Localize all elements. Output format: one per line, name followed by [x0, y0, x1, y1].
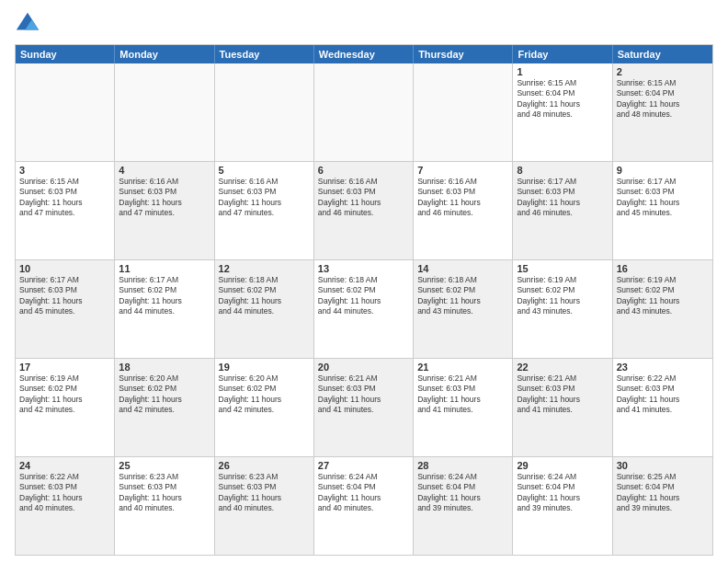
- calendar-cell: 11Sunrise: 6:17 AM Sunset: 6:02 PM Dayli…: [115, 260, 214, 358]
- calendar-cell: [215, 63, 314, 161]
- calendar-cell: 6Sunrise: 6:16 AM Sunset: 6:03 PM Daylig…: [314, 162, 414, 259]
- calendar-row: 10Sunrise: 6:17 AM Sunset: 6:03 PM Dayli…: [16, 259, 712, 358]
- calendar-cell: 28Sunrise: 6:24 AM Sunset: 6:04 PM Dayli…: [414, 457, 513, 555]
- calendar-cell: 4Sunrise: 6:16 AM Sunset: 6:03 PM Daylig…: [115, 162, 214, 259]
- day-info: Sunrise: 6:22 AM Sunset: 6:03 PM Dayligh…: [19, 472, 110, 514]
- day-number: 30: [617, 460, 709, 471]
- day-info: Sunrise: 6:17 AM Sunset: 6:02 PM Dayligh…: [119, 275, 210, 317]
- day-number: 12: [219, 263, 310, 274]
- day-number: 28: [417, 460, 508, 471]
- day-number: 22: [517, 362, 608, 373]
- day-info: Sunrise: 6:21 AM Sunset: 6:03 PM Dayligh…: [417, 373, 508, 416]
- day-number: 21: [417, 362, 508, 373]
- calendar-cell: 7Sunrise: 6:16 AM Sunset: 6:03 PM Daylig…: [414, 162, 513, 259]
- calendar-cell: 27Sunrise: 6:24 AM Sunset: 6:04 PM Dayli…: [314, 457, 414, 555]
- calendar-row: 1Sunrise: 6:15 AM Sunset: 6:04 PM Daylig…: [16, 63, 712, 161]
- day-info: Sunrise: 6:22 AM Sunset: 6:03 PM Dayligh…: [617, 373, 709, 416]
- calendar-cell: 14Sunrise: 6:18 AM Sunset: 6:02 PM Dayli…: [414, 260, 513, 358]
- day-number: 4: [119, 165, 210, 176]
- calendar-header-cell: Saturday: [613, 45, 712, 63]
- day-info: Sunrise: 6:21 AM Sunset: 6:03 PM Dayligh…: [318, 373, 409, 416]
- day-info: Sunrise: 6:18 AM Sunset: 6:02 PM Dayligh…: [318, 275, 409, 317]
- calendar-cell: 29Sunrise: 6:24 AM Sunset: 6:04 PM Dayli…: [513, 457, 612, 555]
- calendar-cell: 17Sunrise: 6:19 AM Sunset: 6:02 PM Dayli…: [16, 359, 115, 456]
- day-number: 16: [617, 263, 709, 274]
- day-number: 7: [417, 165, 508, 176]
- day-number: 8: [517, 165, 608, 176]
- calendar-header-cell: Wednesday: [314, 45, 414, 63]
- calendar-cell: 13Sunrise: 6:18 AM Sunset: 6:02 PM Dayli…: [314, 260, 414, 358]
- day-info: Sunrise: 6:18 AM Sunset: 6:02 PM Dayligh…: [219, 275, 310, 317]
- day-info: Sunrise: 6:19 AM Sunset: 6:02 PM Dayligh…: [19, 373, 110, 416]
- day-number: 5: [219, 165, 310, 176]
- calendar-cell: 25Sunrise: 6:23 AM Sunset: 6:03 PM Dayli…: [115, 457, 214, 555]
- day-number: 19: [219, 362, 310, 373]
- page: SundayMondayTuesdayWednesdayThursdayFrid…: [0, 0, 728, 563]
- day-number: 2: [617, 66, 709, 77]
- day-info: Sunrise: 6:17 AM Sunset: 6:03 PM Dayligh…: [517, 177, 608, 219]
- calendar-cell: 23Sunrise: 6:22 AM Sunset: 6:03 PM Dayli…: [613, 359, 712, 456]
- day-number: 1: [517, 66, 608, 77]
- calendar-header-cell: Friday: [513, 45, 612, 63]
- day-info: Sunrise: 6:15 AM Sunset: 6:04 PM Dayligh…: [617, 78, 709, 121]
- calendar-cell: 2Sunrise: 6:15 AM Sunset: 6:04 PM Daylig…: [613, 63, 712, 161]
- day-number: 14: [417, 263, 508, 274]
- calendar-cell: 22Sunrise: 6:21 AM Sunset: 6:03 PM Dayli…: [513, 359, 612, 456]
- day-number: 13: [318, 263, 409, 274]
- day-info: Sunrise: 6:15 AM Sunset: 6:03 PM Dayligh…: [19, 177, 110, 219]
- calendar-cell: 5Sunrise: 6:16 AM Sunset: 6:03 PM Daylig…: [215, 162, 314, 259]
- header: [15, 11, 713, 37]
- day-number: 23: [617, 362, 709, 373]
- calendar-cell: 21Sunrise: 6:21 AM Sunset: 6:03 PM Dayli…: [414, 359, 513, 456]
- day-info: Sunrise: 6:23 AM Sunset: 6:03 PM Dayligh…: [119, 472, 210, 514]
- calendar-cell: 20Sunrise: 6:21 AM Sunset: 6:03 PM Dayli…: [314, 359, 414, 456]
- calendar-row: 17Sunrise: 6:19 AM Sunset: 6:02 PM Dayli…: [16, 358, 712, 456]
- day-info: Sunrise: 6:25 AM Sunset: 6:04 PM Dayligh…: [617, 472, 709, 514]
- calendar-cell: 18Sunrise: 6:20 AM Sunset: 6:02 PM Dayli…: [115, 359, 214, 456]
- calendar-header-cell: Monday: [115, 45, 214, 63]
- day-info: Sunrise: 6:19 AM Sunset: 6:02 PM Dayligh…: [617, 275, 709, 317]
- day-number: 6: [318, 165, 409, 176]
- day-number: 24: [19, 460, 110, 471]
- day-number: 18: [119, 362, 210, 373]
- calendar-header-cell: Sunday: [16, 45, 115, 63]
- day-info: Sunrise: 6:20 AM Sunset: 6:02 PM Dayligh…: [119, 373, 210, 416]
- calendar-cell: 9Sunrise: 6:17 AM Sunset: 6:03 PM Daylig…: [613, 162, 712, 259]
- calendar-cell: 19Sunrise: 6:20 AM Sunset: 6:02 PM Dayli…: [215, 359, 314, 456]
- calendar-header-cell: Thursday: [414, 45, 513, 63]
- calendar-body: 1Sunrise: 6:15 AM Sunset: 6:04 PM Daylig…: [16, 63, 712, 555]
- day-info: Sunrise: 6:20 AM Sunset: 6:02 PM Dayligh…: [219, 373, 310, 416]
- day-info: Sunrise: 6:17 AM Sunset: 6:03 PM Dayligh…: [19, 275, 110, 317]
- calendar-cell: [414, 63, 513, 161]
- calendar-row: 24Sunrise: 6:22 AM Sunset: 6:03 PM Dayli…: [16, 456, 712, 555]
- calendar-cell: 15Sunrise: 6:19 AM Sunset: 6:02 PM Dayli…: [513, 260, 612, 358]
- day-info: Sunrise: 6:16 AM Sunset: 6:03 PM Dayligh…: [318, 177, 409, 219]
- day-number: 11: [119, 263, 210, 274]
- calendar-cell: 8Sunrise: 6:17 AM Sunset: 6:03 PM Daylig…: [513, 162, 612, 259]
- logo: [15, 11, 42, 37]
- calendar-cell: 12Sunrise: 6:18 AM Sunset: 6:02 PM Dayli…: [215, 260, 314, 358]
- day-number: 29: [517, 460, 608, 471]
- day-number: 10: [19, 263, 110, 274]
- day-info: Sunrise: 6:19 AM Sunset: 6:02 PM Dayligh…: [517, 275, 608, 317]
- day-number: 25: [119, 460, 210, 471]
- day-info: Sunrise: 6:23 AM Sunset: 6:03 PM Dayligh…: [219, 472, 310, 514]
- day-info: Sunrise: 6:15 AM Sunset: 6:04 PM Dayligh…: [517, 78, 608, 121]
- day-info: Sunrise: 6:18 AM Sunset: 6:02 PM Dayligh…: [417, 275, 508, 317]
- calendar-cell: [115, 63, 214, 161]
- day-info: Sunrise: 6:16 AM Sunset: 6:03 PM Dayligh…: [417, 177, 508, 219]
- day-number: 9: [617, 165, 709, 176]
- calendar-cell: 24Sunrise: 6:22 AM Sunset: 6:03 PM Dayli…: [16, 457, 115, 555]
- day-info: Sunrise: 6:24 AM Sunset: 6:04 PM Dayligh…: [417, 472, 508, 514]
- day-info: Sunrise: 6:24 AM Sunset: 6:04 PM Dayligh…: [318, 472, 409, 514]
- day-info: Sunrise: 6:21 AM Sunset: 6:03 PM Dayligh…: [517, 373, 608, 416]
- calendar-cell: 1Sunrise: 6:15 AM Sunset: 6:04 PM Daylig…: [513, 63, 612, 161]
- day-info: Sunrise: 6:16 AM Sunset: 6:03 PM Dayligh…: [119, 177, 210, 219]
- day-number: 3: [19, 165, 110, 176]
- calendar-cell: [314, 63, 414, 161]
- day-info: Sunrise: 6:24 AM Sunset: 6:04 PM Dayligh…: [517, 472, 608, 514]
- calendar-cell: 26Sunrise: 6:23 AM Sunset: 6:03 PM Dayli…: [215, 457, 314, 555]
- day-number: 17: [19, 362, 110, 373]
- day-number: 20: [318, 362, 409, 373]
- calendar-cell: [16, 63, 115, 161]
